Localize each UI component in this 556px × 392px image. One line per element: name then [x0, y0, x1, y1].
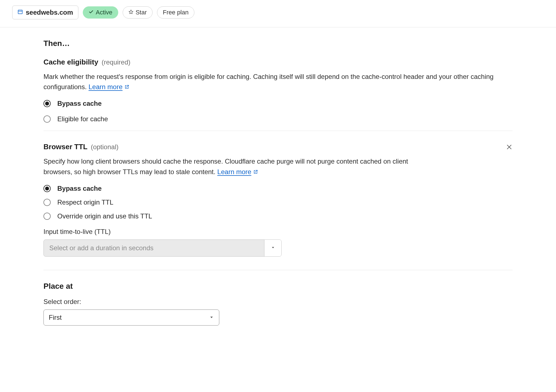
domain-selector[interactable]: seedwebs.com	[12, 6, 78, 19]
star-button[interactable]: Star	[123, 6, 153, 19]
ttl-input-label: Input time-to-live (TTL)	[43, 228, 513, 236]
place-at-heading: Place at	[43, 282, 513, 291]
cache-learn-more-link[interactable]: Learn more	[89, 83, 129, 91]
browser-ttl-optional-tag: (optional)	[91, 143, 119, 151]
star-icon	[128, 9, 133, 16]
svg-marker-5	[272, 247, 274, 248]
browser-window-icon	[17, 9, 23, 16]
status-active-pill[interactable]: Active	[83, 6, 118, 19]
browser-ttl-title-text: Browser TTL	[43, 143, 87, 151]
svg-marker-2	[129, 10, 133, 14]
main-content: Then… Cache eligibility (required) Mark …	[0, 27, 556, 337]
select-order-label: Select order:	[43, 298, 513, 306]
caret-down-icon	[271, 245, 275, 251]
star-label: Star	[136, 9, 147, 16]
external-link-icon	[123, 83, 129, 91]
browser-ttl-title: Browser TTL (optional)	[43, 143, 119, 151]
radio-icon	[43, 100, 51, 107]
radio-icon	[43, 115, 51, 123]
browser-radio-override[interactable]: Override origin and use this TTL	[43, 212, 513, 220]
check-icon	[89, 9, 94, 16]
radio-icon	[43, 213, 51, 220]
cache-title-text: Cache eligibility	[43, 58, 98, 66]
browser-ttl-header: Browser TTL (optional)	[43, 143, 513, 156]
ttl-input[interactable]	[44, 240, 264, 256]
order-select-value: First	[49, 314, 62, 321]
external-link-icon	[251, 168, 258, 176]
browser-radio-respect-label: Respect origin TTL	[57, 198, 113, 206]
cache-section-title: Cache eligibility (required)	[43, 58, 513, 66]
browser-ttl-learn-more-link[interactable]: Learn more	[217, 168, 258, 176]
section-divider	[43, 131, 513, 131]
status-label: Active	[96, 9, 112, 16]
plan-pill[interactable]: Free plan	[157, 6, 194, 19]
browser-radio-respect[interactable]: Respect origin TTL	[43, 198, 513, 206]
cache-required-tag: (required)	[102, 58, 130, 66]
cache-radio-eligible-label: Eligible for cache	[57, 115, 108, 123]
cache-description: Mark whether the request's response from…	[43, 71, 513, 92]
browser-radio-bypass-label: Bypass cache	[57, 185, 102, 192]
browser-radio-bypass[interactable]: Bypass cache	[43, 185, 513, 192]
caret-down-icon	[209, 314, 214, 321]
cache-radio-bypass-label: Bypass cache	[57, 100, 102, 107]
browser-ttl-description: Specify how long client browsers should …	[43, 156, 431, 177]
close-icon[interactable]	[506, 144, 513, 150]
radio-icon	[43, 185, 51, 192]
page-header: seedwebs.com Active Star Free plan	[0, 0, 556, 27]
cache-radio-bypass[interactable]: Bypass cache	[43, 100, 513, 107]
svg-rect-0	[18, 10, 22, 14]
order-select[interactable]: First	[43, 310, 219, 326]
domain-name: seedwebs.com	[26, 9, 73, 16]
cache-radio-eligible[interactable]: Eligible for cache	[43, 115, 513, 123]
then-heading: Then…	[43, 39, 513, 48]
radio-icon	[43, 199, 51, 206]
plan-label: Free plan	[163, 9, 189, 16]
browser-radio-override-label: Override origin and use this TTL	[57, 212, 152, 220]
svg-marker-6	[210, 317, 213, 318]
section-divider	[43, 270, 513, 270]
ttl-combo[interactable]	[43, 239, 282, 257]
ttl-dropdown-toggle[interactable]	[264, 240, 281, 256]
